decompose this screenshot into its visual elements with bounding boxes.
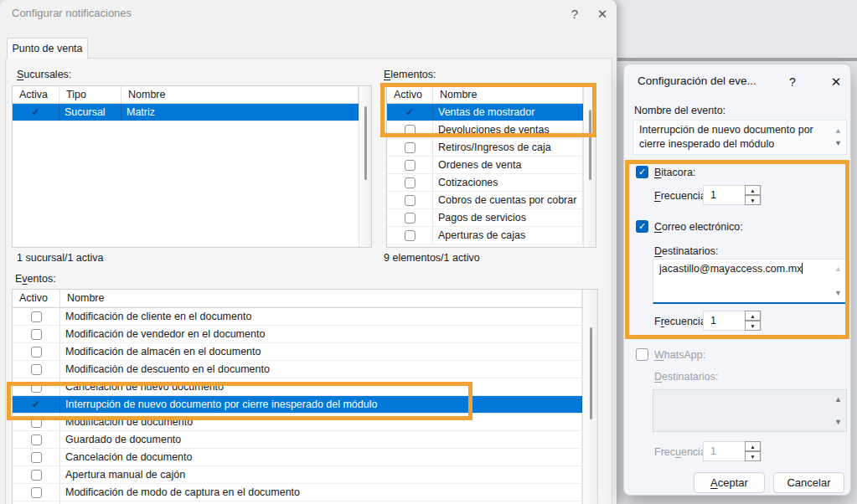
row-checkbox[interactable] [13,449,60,465]
event-name-field[interactable]: Interrupción de nuevo documento por cier… [632,120,847,155]
sucursales-summary: 1 sucursal/1 activa [17,252,104,264]
sucursales-table[interactable]: Activa Tipo Nombre ✓SucursalMatriz [12,85,372,248]
column-header-tipo[interactable]: Tipo [59,86,121,103]
scrollbar-track[interactable] [583,86,596,247]
table-row[interactable]: Modificación de vendedor en el documento [13,326,582,343]
scroll-up-icon[interactable]: ▲ [834,265,842,273]
row-checkbox[interactable] [13,466,60,483]
spinner-up-icon[interactable]: ▲ [745,311,761,321]
row-checkbox[interactable] [387,139,433,156]
table-row[interactable]: ✓Interrupción de nuevo documento por cie… [13,396,582,414]
row-checkbox[interactable] [387,227,433,244]
table-row[interactable]: Devoluciones de ventas [387,121,583,139]
row-checkbox[interactable] [387,174,433,191]
table-row[interactable]: Cancelación de documento [13,449,582,466]
table-row[interactable]: Modificación de documento [13,414,582,431]
row-checkbox-checked[interactable]: ✓ [13,104,59,121]
cell-nombre: Modificación de modo de captura en el do… [60,484,582,501]
row-checkbox[interactable] [387,121,433,138]
column-header-nombre[interactable]: Nombre [433,86,583,103]
close-icon[interactable]: ✕ [590,4,615,24]
table-row[interactable]: Apertura manual de cajón [13,466,582,484]
scrollbar-track[interactable] [582,290,597,504]
scrollbar-thumb[interactable] [589,110,591,180]
row-checkbox[interactable] [13,431,60,448]
event-name-value: Interrupción de nuevo documento por cier… [639,124,813,150]
accept-button[interactable]: Aceptar [694,472,765,493]
help-icon[interactable]: ? [563,4,586,24]
spinner-down-icon[interactable]: ▼ [745,195,761,205]
bitacora-frequency-stepper[interactable]: 1 ▲ ▼ [703,185,761,205]
column-header-activo[interactable]: Activo [387,86,433,103]
row-checkbox[interactable] [13,361,60,378]
correo-frequency-stepper[interactable]: 1 ▲ ▼ [703,311,761,331]
checkbox-empty [405,177,416,188]
checkbox-empty [31,487,42,498]
row-checkbox-checked[interactable]: ✓ [13,396,60,413]
row-checkbox[interactable] [387,192,433,208]
table-row[interactable]: Modificación de almacén en el documento [13,343,582,361]
scrollbar-thumb[interactable] [364,106,367,180]
row-checkbox[interactable] [13,378,60,395]
spinner-down-icon[interactable]: ▼ [745,321,761,331]
table-row[interactable]: ✓SucursalMatriz [13,104,359,121]
help-icon[interactable]: ? [782,73,803,91]
elementos-header: Activo Nombre [387,86,583,104]
table-row[interactable]: Cancelación de nuevo documento [13,378,582,396]
checkbox-empty [405,142,416,153]
whatsapp-frequency-label: Frecuencia: [654,446,709,458]
row-checkbox[interactable] [13,308,60,325]
table-row[interactable]: ✓Ventas de mostrador [387,104,583,121]
checkbox-empty [31,311,42,322]
column-header-activo[interactable]: Activo [13,290,60,307]
checkbox-empty [31,347,42,357]
row-checkbox[interactable] [13,343,60,360]
row-checkbox[interactable] [13,484,60,501]
table-row[interactable]: Pagos de servicios [387,209,583,227]
spinner-up-icon[interactable]: ▲ [745,185,761,195]
row-checkbox[interactable] [387,209,433,226]
row-checkbox-checked[interactable]: ✓ [387,104,433,121]
elementos-table[interactable]: Activo Nombre ✓Ventas de mostradorDevolu… [386,85,596,248]
eventos-table[interactable]: Activo Nombre Modificación de cliente en… [12,289,598,504]
check-icon: ✓ [32,399,40,410]
table-row[interactable]: Retiros/Ingresos de caja [387,139,583,157]
whatsapp-checkbox[interactable] [636,348,648,361]
table-row[interactable]: Modificación de descuento en el document… [13,361,582,378]
cell-nombre: Modificación de almacén en el documento [60,343,582,360]
cell-nombre: Modificación de descuento en el document… [60,361,582,378]
cell-nombre: Cobros de cuentas por cobrar [433,192,583,208]
correo-checkbox[interactable]: ✓ [636,220,648,233]
row-checkbox[interactable] [387,157,433,173]
scroll-down-icon[interactable]: ▼ [834,418,842,426]
row-checkbox[interactable] [13,326,60,342]
table-row[interactable]: Guardado de documento [13,431,582,449]
spinner-down-icon[interactable]: ▼ [745,451,761,461]
table-row[interactable]: Aperturas de cajas [387,227,583,244]
bitacora-checkbox[interactable]: ✓ [636,166,648,178]
table-row[interactable]: Modificación de modo de captura en el do… [13,484,582,501]
checkbox-empty [405,125,416,136]
tab-punto-de-venta[interactable]: Punto de venta [7,38,88,59]
cell-nombre: Guardado de documento [60,431,582,448]
table-row[interactable]: Cotizaciones [387,174,583,192]
column-header-activa[interactable]: Activa [13,86,59,103]
table-row[interactable]: Ordenes de venta [387,157,583,174]
table-row[interactable]: Cobros de cuentas por cobrar [387,192,583,209]
scroll-down-icon[interactable]: ▼ [834,136,842,151]
correo-destinatarios-field[interactable]: jacastillo@mayaccess.com.mx ▲ ▼ [653,259,847,304]
cancel-button[interactable]: Cancelar [773,472,844,493]
scroll-down-icon[interactable]: ▼ [834,289,842,297]
spinner-up-icon[interactable]: ▲ [745,441,761,451]
close-icon[interactable]: ✕ [825,73,847,91]
column-header-nombre[interactable]: Nombre [60,290,582,307]
scrollbar-track[interactable] [359,86,371,247]
scroll-up-icon[interactable]: ▲ [834,395,842,404]
table-row[interactable]: Modificación de cliente en el documento [13,308,582,326]
cell-nombre: Modificación de documento [60,414,582,430]
scrollbar-thumb[interactable] [590,327,592,419]
column-header-nombre[interactable]: Nombre [121,86,359,103]
dialog-title: Configurar notificaciones [12,7,132,19]
row-checkbox[interactable] [13,414,60,430]
checkbox-empty [405,213,416,224]
